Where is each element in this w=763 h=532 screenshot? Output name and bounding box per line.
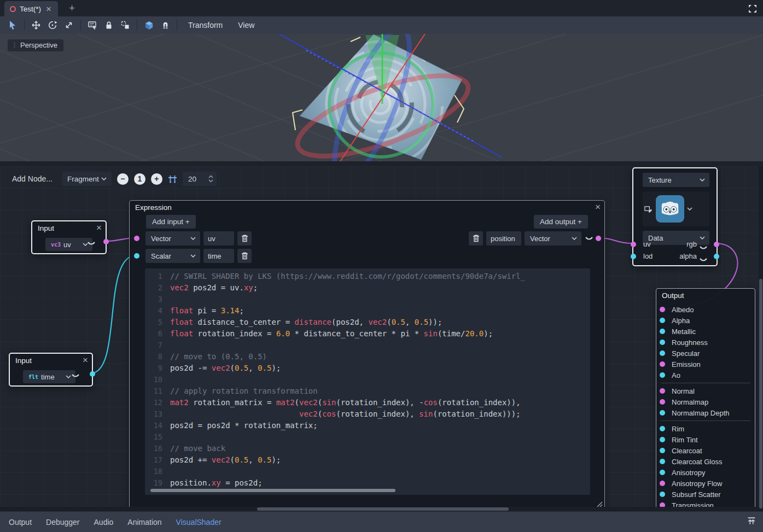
- expand-port-icon[interactable]: [699, 258, 708, 262]
- zoom-out-button[interactable]: −: [117, 173, 129, 185]
- port-dot[interactable]: [660, 470, 665, 475]
- input-type-dropdown[interactable]: Scalar: [145, 249, 200, 263]
- input-type-dropdown[interactable]: Vector: [145, 231, 200, 245]
- texture-output-port[interactable]: [714, 254, 719, 259]
- output-port-row[interactable]: Alpha: [656, 315, 755, 326]
- port-dot[interactable]: [660, 437, 665, 442]
- port-dot[interactable]: [660, 459, 665, 464]
- lock-button[interactable]: [101, 18, 117, 32]
- output-node[interactable]: Output AlbedoAlphaMetallicRoughnessSpecu…: [656, 288, 755, 511]
- close-icon[interactable]: ×: [83, 355, 88, 366]
- output-port-row[interactable]: Rim: [656, 423, 755, 434]
- delete-input-button[interactable]: [237, 231, 252, 245]
- viewport-3d[interactable]: ⋮ Perspective: [0, 34, 763, 161]
- spinbox-arrows-icon[interactable]: [208, 175, 213, 183]
- port-dot[interactable]: [660, 318, 665, 323]
- scale-tool-button[interactable]: [61, 18, 77, 32]
- position-output-port[interactable]: [596, 236, 601, 241]
- code-hscrollbar[interactable]: [150, 489, 395, 492]
- texture-input-port[interactable]: [631, 254, 636, 259]
- shader-mode-dropdown[interactable]: Fragment: [62, 172, 112, 186]
- collapse-panel-button[interactable]: [747, 517, 756, 528]
- port-dot[interactable]: [660, 340, 665, 345]
- zoom-reset-button[interactable]: 1: [134, 173, 145, 185]
- scene-tab[interactable]: Test(*) ×: [4, 1, 58, 16]
- texture-type-dropdown[interactable]: Texture: [643, 173, 709, 187]
- zoom-in-button[interactable]: +: [151, 173, 162, 185]
- delete-output-button[interactable]: [469, 231, 483, 245]
- close-icon[interactable]: ×: [595, 202, 601, 213]
- output-port-row[interactable]: Normalmap: [656, 396, 755, 407]
- output-port-row[interactable]: Metallic: [656, 326, 755, 337]
- expression-input-port[interactable]: [134, 236, 139, 241]
- output-port-row[interactable]: Albedo: [656, 304, 755, 315]
- view-menu[interactable]: View: [230, 21, 262, 30]
- group-button[interactable]: [117, 18, 133, 32]
- godot-texture-button[interactable]: [656, 195, 684, 223]
- move-tool-button[interactable]: [28, 18, 44, 32]
- delete-input-button[interactable]: [237, 249, 252, 263]
- port-dot[interactable]: [660, 388, 665, 394]
- close-icon[interactable]: ×: [96, 223, 102, 233]
- snap-mode-button[interactable]: [157, 18, 173, 32]
- expand-port-icon[interactable]: [699, 245, 708, 250]
- output-port[interactable]: [90, 371, 95, 377]
- list-select-button[interactable]: [84, 18, 101, 32]
- local-space-button[interactable]: [141, 18, 157, 32]
- edit-texture-icon[interactable]: [644, 205, 653, 213]
- bottom-tab-output[interactable]: Output: [9, 518, 32, 527]
- new-tab-button[interactable]: +: [66, 2, 78, 16]
- expand-port-icon[interactable]: [585, 236, 593, 241]
- port-dot[interactable]: [660, 350, 665, 356]
- texture-node[interactable]: Texture: [632, 167, 718, 266]
- output-port-row[interactable]: Roughness: [656, 337, 755, 348]
- tab-close-icon[interactable]: ×: [45, 4, 53, 14]
- vscroll-thumb[interactable]: [759, 279, 762, 508]
- port-dot[interactable]: [660, 399, 665, 405]
- expression-code-editor[interactable]: 1// SWIRL SHADER by LKS (https://www.red…: [145, 268, 590, 495]
- output-port-row[interactable]: Normal: [656, 385, 755, 396]
- select-tool-button[interactable]: [4, 18, 21, 32]
- expression-node[interactable]: Expression × Add input + Add output + po…: [129, 200, 605, 510]
- input-time-node[interactable]: Input × flt time: [9, 353, 93, 387]
- input-source-dropdown[interactable]: vc3 uv: [45, 238, 92, 251]
- snap-grid-icon[interactable]: [168, 174, 177, 184]
- panel-splitter[interactable]: [0, 161, 763, 166]
- input-name-field[interactable]: time: [203, 249, 234, 263]
- input-name-field[interactable]: uv: [203, 231, 234, 245]
- add-node-button[interactable]: Add Node...: [8, 173, 57, 185]
- shader-graph[interactable]: Add Node... Fragment − 1 + 20 Input: [0, 166, 763, 511]
- rotate-tool-button[interactable]: [44, 18, 61, 32]
- texture-preview[interactable]: [643, 191, 709, 226]
- texture-output-port[interactable]: [714, 242, 719, 247]
- bottom-tab-debugger[interactable]: Debugger: [46, 518, 80, 527]
- output-port-row[interactable]: Anisotropy Flow: [656, 478, 755, 489]
- output-name-field[interactable]: position: [486, 231, 521, 245]
- port-dot[interactable]: [660, 307, 665, 312]
- output-port-row[interactable]: Ao: [656, 370, 755, 381]
- bottom-tab-visualshader[interactable]: VisualShader: [176, 518, 222, 527]
- transform-menu[interactable]: Transform: [180, 21, 230, 30]
- bottom-tab-audio[interactable]: Audio: [94, 518, 114, 527]
- output-port-row[interactable]: Anisotropy: [656, 467, 755, 478]
- port-dot[interactable]: [660, 492, 665, 497]
- add-output-button[interactable]: Add output +: [534, 215, 588, 229]
- port-dot[interactable]: [660, 372, 665, 378]
- graph-vscrollbar[interactable]: [759, 166, 763, 511]
- output-port-row[interactable]: Emission: [656, 359, 755, 370]
- input-uv-node[interactable]: Input × vc3 uv: [31, 220, 107, 254]
- output-port-row[interactable]: Rim Tint: [656, 434, 755, 445]
- port-dot[interactable]: [660, 410, 665, 416]
- output-port[interactable]: [103, 239, 109, 244]
- perspective-menu[interactable]: ⋮ Perspective: [8, 39, 63, 51]
- output-port-row[interactable]: Subsurf Scatter: [656, 489, 755, 500]
- fullscreen-icon[interactable]: [747, 3, 759, 15]
- port-dot[interactable]: [660, 361, 665, 367]
- port-dot[interactable]: [660, 329, 665, 334]
- port-dot[interactable]: [660, 426, 665, 431]
- output-type-dropdown[interactable]: Vector: [525, 231, 581, 245]
- expand-port-icon[interactable]: [71, 373, 80, 378]
- output-port-row[interactable]: Specular: [656, 348, 755, 359]
- snap-distance-spinbox[interactable]: 20: [183, 172, 217, 186]
- port-dot[interactable]: [660, 448, 665, 453]
